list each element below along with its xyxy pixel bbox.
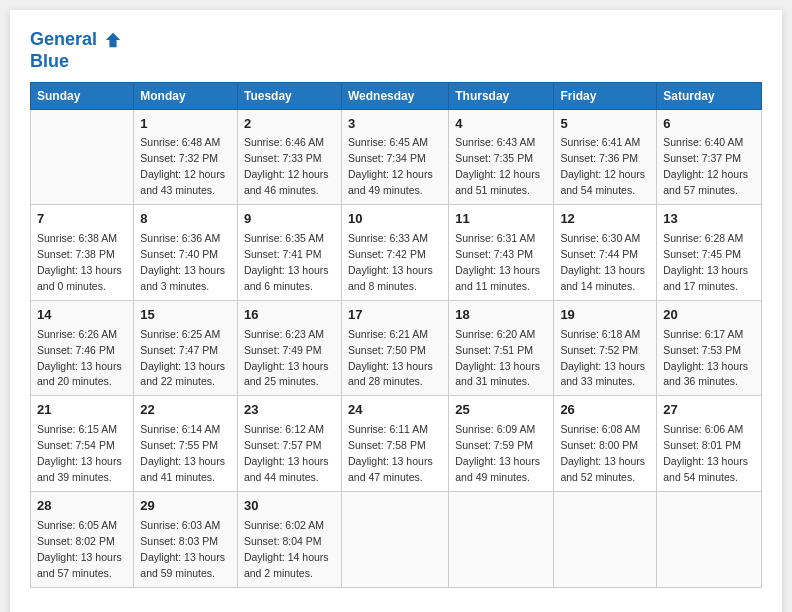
day-number: 24 <box>348 401 442 420</box>
day-number: 9 <box>244 210 335 229</box>
week-row-1: 1 Sunrise: 6:48 AMSunset: 7:32 PMDayligh… <box>31 109 762 205</box>
day-number: 15 <box>140 306 231 325</box>
day-number: 3 <box>348 115 442 134</box>
day-number: 5 <box>560 115 650 134</box>
week-row-3: 14 Sunrise: 6:26 AMSunset: 7:46 PMDaylig… <box>31 300 762 396</box>
day-number: 23 <box>244 401 335 420</box>
day-cell: 30 Sunrise: 6:02 AMSunset: 8:04 PMDaylig… <box>237 491 341 587</box>
header: General Blue <box>30 30 762 72</box>
day-cell <box>554 491 657 587</box>
day-info: Sunrise: 6:28 AMSunset: 7:45 PMDaylight:… <box>663 232 748 292</box>
day-info: Sunrise: 6:18 AMSunset: 7:52 PMDaylight:… <box>560 328 645 388</box>
day-cell: 29 Sunrise: 6:03 AMSunset: 8:03 PMDaylig… <box>134 491 238 587</box>
day-cell: 7 Sunrise: 6:38 AMSunset: 7:38 PMDayligh… <box>31 205 134 301</box>
day-info: Sunrise: 6:15 AMSunset: 7:54 PMDaylight:… <box>37 423 122 483</box>
day-cell: 25 Sunrise: 6:09 AMSunset: 7:59 PMDaylig… <box>449 396 554 492</box>
day-cell: 16 Sunrise: 6:23 AMSunset: 7:49 PMDaylig… <box>237 300 341 396</box>
day-cell: 23 Sunrise: 6:12 AMSunset: 7:57 PMDaylig… <box>237 396 341 492</box>
weekday-header-tuesday: Tuesday <box>237 82 341 109</box>
day-info: Sunrise: 6:12 AMSunset: 7:57 PMDaylight:… <box>244 423 329 483</box>
day-info: Sunrise: 6:43 AMSunset: 7:35 PMDaylight:… <box>455 136 540 196</box>
day-cell: 26 Sunrise: 6:08 AMSunset: 8:00 PMDaylig… <box>554 396 657 492</box>
day-info: Sunrise: 6:21 AMSunset: 7:50 PMDaylight:… <box>348 328 433 388</box>
day-info: Sunrise: 6:30 AMSunset: 7:44 PMDaylight:… <box>560 232 645 292</box>
day-info: Sunrise: 6:14 AMSunset: 7:55 PMDaylight:… <box>140 423 225 483</box>
logo: General Blue <box>30 30 122 72</box>
day-info: Sunrise: 6:09 AMSunset: 7:59 PMDaylight:… <box>455 423 540 483</box>
day-info: Sunrise: 6:11 AMSunset: 7:58 PMDaylight:… <box>348 423 433 483</box>
day-cell: 10 Sunrise: 6:33 AMSunset: 7:42 PMDaylig… <box>342 205 449 301</box>
day-info: Sunrise: 6:35 AMSunset: 7:41 PMDaylight:… <box>244 232 329 292</box>
day-number: 29 <box>140 497 231 516</box>
day-info: Sunrise: 6:33 AMSunset: 7:42 PMDaylight:… <box>348 232 433 292</box>
day-cell: 14 Sunrise: 6:26 AMSunset: 7:46 PMDaylig… <box>31 300 134 396</box>
weekday-header-monday: Monday <box>134 82 238 109</box>
day-number: 10 <box>348 210 442 229</box>
day-number: 28 <box>37 497 127 516</box>
day-cell: 19 Sunrise: 6:18 AMSunset: 7:52 PMDaylig… <box>554 300 657 396</box>
logo-icon <box>104 31 122 49</box>
day-cell: 13 Sunrise: 6:28 AMSunset: 7:45 PMDaylig… <box>657 205 762 301</box>
day-number: 20 <box>663 306 755 325</box>
day-number: 14 <box>37 306 127 325</box>
day-number: 2 <box>244 115 335 134</box>
day-cell: 17 Sunrise: 6:21 AMSunset: 7:50 PMDaylig… <box>342 300 449 396</box>
week-row-4: 21 Sunrise: 6:15 AMSunset: 7:54 PMDaylig… <box>31 396 762 492</box>
day-cell <box>449 491 554 587</box>
day-info: Sunrise: 6:40 AMSunset: 7:37 PMDaylight:… <box>663 136 748 196</box>
day-info: Sunrise: 6:26 AMSunset: 7:46 PMDaylight:… <box>37 328 122 388</box>
day-cell: 5 Sunrise: 6:41 AMSunset: 7:36 PMDayligh… <box>554 109 657 205</box>
weekday-header-friday: Friday <box>554 82 657 109</box>
day-number: 30 <box>244 497 335 516</box>
day-info: Sunrise: 6:25 AMSunset: 7:47 PMDaylight:… <box>140 328 225 388</box>
day-number: 12 <box>560 210 650 229</box>
logo-general: General <box>30 29 97 49</box>
day-info: Sunrise: 6:17 AMSunset: 7:53 PMDaylight:… <box>663 328 748 388</box>
day-info: Sunrise: 6:31 AMSunset: 7:43 PMDaylight:… <box>455 232 540 292</box>
calendar-container: General Blue SundayMondayTuesdayWednesda… <box>10 10 782 612</box>
day-cell: 11 Sunrise: 6:31 AMSunset: 7:43 PMDaylig… <box>449 205 554 301</box>
day-cell: 20 Sunrise: 6:17 AMSunset: 7:53 PMDaylig… <box>657 300 762 396</box>
day-cell: 1 Sunrise: 6:48 AMSunset: 7:32 PMDayligh… <box>134 109 238 205</box>
day-cell: 18 Sunrise: 6:20 AMSunset: 7:51 PMDaylig… <box>449 300 554 396</box>
day-cell: 12 Sunrise: 6:30 AMSunset: 7:44 PMDaylig… <box>554 205 657 301</box>
weekday-header-row: SundayMondayTuesdayWednesdayThursdayFrid… <box>31 82 762 109</box>
day-cell: 3 Sunrise: 6:45 AMSunset: 7:34 PMDayligh… <box>342 109 449 205</box>
week-row-2: 7 Sunrise: 6:38 AMSunset: 7:38 PMDayligh… <box>31 205 762 301</box>
day-info: Sunrise: 6:38 AMSunset: 7:38 PMDaylight:… <box>37 232 122 292</box>
day-cell: 24 Sunrise: 6:11 AMSunset: 7:58 PMDaylig… <box>342 396 449 492</box>
weekday-header-wednesday: Wednesday <box>342 82 449 109</box>
day-info: Sunrise: 6:48 AMSunset: 7:32 PMDaylight:… <box>140 136 225 196</box>
day-number: 16 <box>244 306 335 325</box>
day-info: Sunrise: 6:06 AMSunset: 8:01 PMDaylight:… <box>663 423 748 483</box>
day-number: 18 <box>455 306 547 325</box>
day-info: Sunrise: 6:45 AMSunset: 7:34 PMDaylight:… <box>348 136 433 196</box>
day-cell: 15 Sunrise: 6:25 AMSunset: 7:47 PMDaylig… <box>134 300 238 396</box>
weekday-header-sunday: Sunday <box>31 82 134 109</box>
weekday-header-thursday: Thursday <box>449 82 554 109</box>
day-number: 17 <box>348 306 442 325</box>
day-number: 26 <box>560 401 650 420</box>
day-cell: 22 Sunrise: 6:14 AMSunset: 7:55 PMDaylig… <box>134 396 238 492</box>
day-cell: 2 Sunrise: 6:46 AMSunset: 7:33 PMDayligh… <box>237 109 341 205</box>
day-number: 19 <box>560 306 650 325</box>
day-number: 4 <box>455 115 547 134</box>
day-number: 7 <box>37 210 127 229</box>
calendar-table: SundayMondayTuesdayWednesdayThursdayFrid… <box>30 82 762 588</box>
day-cell <box>657 491 762 587</box>
day-info: Sunrise: 6:36 AMSunset: 7:40 PMDaylight:… <box>140 232 225 292</box>
week-row-5: 28 Sunrise: 6:05 AMSunset: 8:02 PMDaylig… <box>31 491 762 587</box>
day-info: Sunrise: 6:02 AMSunset: 8:04 PMDaylight:… <box>244 519 329 579</box>
day-info: Sunrise: 6:03 AMSunset: 8:03 PMDaylight:… <box>140 519 225 579</box>
day-cell: 21 Sunrise: 6:15 AMSunset: 7:54 PMDaylig… <box>31 396 134 492</box>
day-number: 8 <box>140 210 231 229</box>
day-info: Sunrise: 6:41 AMSunset: 7:36 PMDaylight:… <box>560 136 645 196</box>
day-cell: 6 Sunrise: 6:40 AMSunset: 7:37 PMDayligh… <box>657 109 762 205</box>
day-number: 1 <box>140 115 231 134</box>
day-info: Sunrise: 6:23 AMSunset: 7:49 PMDaylight:… <box>244 328 329 388</box>
day-info: Sunrise: 6:08 AMSunset: 8:00 PMDaylight:… <box>560 423 645 483</box>
day-number: 6 <box>663 115 755 134</box>
day-cell: 27 Sunrise: 6:06 AMSunset: 8:01 PMDaylig… <box>657 396 762 492</box>
day-number: 21 <box>37 401 127 420</box>
day-number: 13 <box>663 210 755 229</box>
